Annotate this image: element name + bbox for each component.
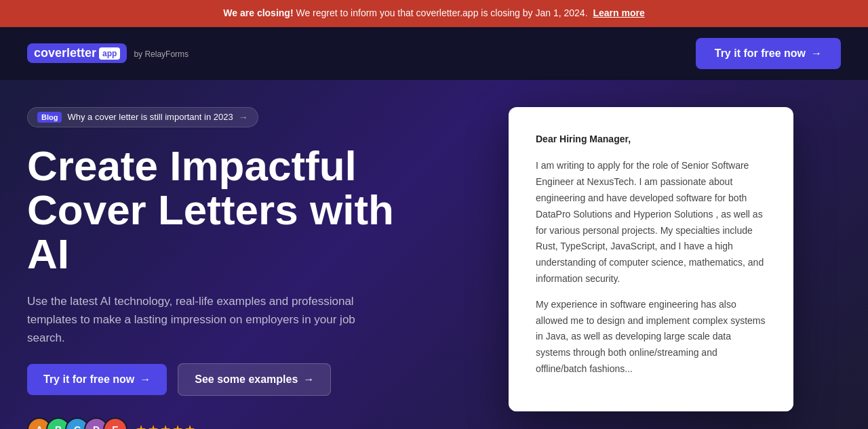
blog-pill-text: Why a cover letter is still important in…: [67, 112, 233, 122]
cover-letter-paragraph2: My experience in software engineering ha…: [536, 297, 766, 377]
see-examples-button[interactable]: See some examples →: [178, 363, 331, 396]
try-free-button[interactable]: Try it for free now →: [27, 364, 167, 395]
logo-by: by RelayForms: [134, 49, 189, 59]
hero-heading: Create Impactful Cover Letters with AI: [27, 144, 407, 276]
avatar: E: [103, 417, 127, 429]
blog-pill-label: Blog: [37, 112, 62, 123]
social-proof: ABCDE ★★★★★: [27, 417, 407, 429]
hero-section: Blog Why a cover letter is still importa…: [0, 80, 868, 429]
hero-description: Use the latest AI technology, real-life …: [27, 292, 366, 348]
closing-banner: We are closing! We regret to inform you …: [0, 0, 868, 27]
logo-area: coverletter app by RelayForms: [27, 43, 189, 63]
star-icon: ★: [160, 422, 171, 429]
star-icon: ★: [136, 422, 146, 429]
learn-more-link[interactable]: Learn more: [593, 7, 644, 18]
blog-pill-arrow: →: [239, 112, 248, 123]
banner-bold-text: We are closing!: [223, 7, 293, 18]
star-icon: ★: [172, 422, 183, 429]
try-free-label: Try it for free now: [43, 373, 134, 386]
hero-heading-line2: Cover Letters with AI: [27, 186, 394, 277]
hero-left: Blog Why a cover letter is still importa…: [27, 80, 434, 429]
star-icon: ★: [184, 422, 195, 429]
see-examples-label: See some examples: [195, 373, 298, 386]
logo-app-badge: app: [99, 47, 120, 60]
avatars: ABCDE: [27, 417, 127, 429]
nav-cta-button[interactable]: Try it for free now →: [696, 38, 841, 69]
star-icon: ★: [148, 422, 159, 429]
stars: ★★★★★: [136, 422, 195, 429]
banner-text: We regret to inform you that coverletter…: [296, 7, 587, 18]
nav-cta-arrow: →: [811, 47, 822, 60]
blog-pill[interactable]: Blog Why a cover letter is still importa…: [27, 107, 258, 127]
cover-letter-paragraph1: I am writing to apply for the role of Se…: [536, 158, 766, 287]
cover-letter-salutation: Dear Hiring Manager,: [536, 131, 766, 148]
social-proof-area: ABCDE ★★★★★ Thousands of people have cre…: [27, 412, 407, 429]
try-free-arrow: →: [140, 373, 151, 386]
cover-letter-card: Dear Hiring Manager, I am writing to app…: [509, 107, 793, 411]
hero-heading-line1: Create Impactful: [27, 142, 357, 189]
logo-name: coverletter: [34, 46, 96, 60]
hero-buttons: Try it for free now → See some examples …: [27, 363, 407, 396]
nav-cta-label: Try it for free now: [715, 47, 806, 60]
logo-box: coverletter app: [27, 43, 127, 63]
hero-right: Dear Hiring Manager, I am writing to app…: [434, 80, 841, 429]
see-examples-arrow: →: [303, 373, 314, 386]
navbar: coverletter app by RelayForms Try it for…: [0, 27, 868, 80]
